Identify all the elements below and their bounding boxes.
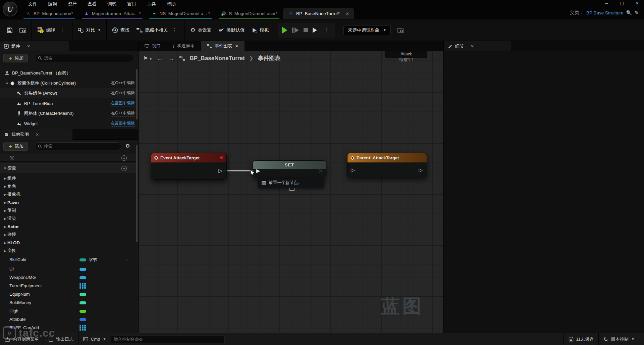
component-row-widget[interactable]: Widget 在蓝图中编辑 (0, 118, 138, 129)
tab-details[interactable]: 细节 ✕ (444, 41, 511, 51)
edit-in-cpp-link[interactable]: 在C++中编辑 (111, 90, 135, 96)
myblueprint-search-input[interactable] (44, 144, 118, 149)
exec-out-pin[interactable]: ▷ (218, 168, 222, 173)
variable-row-ui[interactable]: UI (0, 265, 138, 274)
var-category-actor[interactable]: ▶Actor (0, 223, 138, 231)
eject-button[interactable] (313, 28, 317, 33)
parent-class-link[interactable]: BP Base Structure (586, 10, 624, 15)
variable-row-soldmoney[interactable]: SoldMoney (0, 299, 138, 307)
variable-row-attribute[interactable]: Attribute (0, 315, 138, 324)
variable-row-turretequipment[interactable]: TurretEquipment (0, 282, 138, 290)
var-category-transform[interactable]: ▶变换 (0, 247, 138, 255)
tab-mugendramon-attack[interactable]: ♟ Mugendramon_Attac... * (78, 8, 146, 19)
menu-window[interactable]: 窗口 (122, 0, 142, 8)
edit-in-blueprint-link[interactable]: 在蓝图中编辑 (111, 120, 135, 127)
tab-viewport[interactable]: 视口 (139, 41, 167, 51)
minimize-icon[interactable]: ─ (603, 1, 610, 6)
unsaved-assets-button[interactable]: 11未保存 (564, 333, 599, 345)
tab-close-icon[interactable]: ✕ (235, 44, 238, 49)
frame-skip-button[interactable] (292, 28, 299, 33)
variable-row-buffcanadd[interactable]: BUFF_CanAdd (0, 324, 138, 332)
search-icon[interactable]: 🔍 (626, 10, 632, 15)
hide-unrelated-button[interactable]: 隐藏不相关 ⋮ (133, 23, 183, 37)
component-row-mesh[interactable]: 网格体 (CharacterMesh0) 在C++中编辑 (0, 108, 138, 118)
variable-row-weaponumg[interactable]: WeaponUMG (0, 274, 138, 282)
close-icon[interactable]: ✕ (634, 1, 641, 6)
event-graph-canvas[interactable]: Attack ⚑ ▼ ← → BP_BaseNoneTurret ❯ 事件图表 … (139, 51, 443, 333)
diff-button[interactable]: 对比 ▼ (74, 23, 104, 37)
exec-out-pin[interactable]: ▷ (319, 168, 323, 173)
console-command-input[interactable] (111, 336, 225, 343)
node-set[interactable]: SET ▶ ▷ (253, 160, 326, 177)
class-settings-button[interactable]: ⚙ 类设置 (187, 23, 215, 37)
compile-button[interactable]: ? 编译 ⋮ (34, 23, 70, 37)
tab-bp-mugendramon[interactable]: ♙ BP_Mugendramon* (20, 8, 78, 19)
component-row-capsule[interactable]: ▼ 胶囊体组件 (CollisionCylinder) 在C++中编辑 (0, 78, 138, 88)
version-control-button[interactable]: 版本控制 ▼ (599, 333, 644, 345)
find-button[interactable]: 查找 (109, 23, 133, 37)
add-variable-icon[interactable]: ＋ (121, 166, 127, 171)
exec-in-pin[interactable]: ▷ (351, 168, 355, 172)
node-event-attacktarget[interactable]: Event AttackTarget ▷ (151, 153, 227, 180)
node-parent-attacktarget[interactable]: Parent: AttackTarget ▷ ▷ (347, 153, 427, 177)
menu-tools[interactable]: 工具 (142, 0, 161, 8)
menu-file[interactable]: 文件 (23, 0, 43, 8)
menu-help[interactable]: 帮助 (161, 0, 181, 8)
tab-myblueprint[interactable]: 我的蓝图 ✕ (0, 129, 72, 140)
chevron-down-icon[interactable]: ⌄ (125, 257, 128, 261)
edit-in-cpp-link[interactable]: 在C++中编辑 (111, 80, 135, 86)
var-category-hlod[interactable]: ▶HLOD (0, 239, 138, 247)
var-category-character[interactable]: ▶角色 (0, 182, 138, 190)
section-macro[interactable]: 宏 ＋ (0, 154, 138, 162)
expander-icon[interactable]: ▼ (5, 82, 9, 85)
var-category-pawn[interactable]: ▶Pawn (0, 198, 138, 206)
myblueprint-search[interactable] (35, 142, 121, 150)
components-add-button[interactable]: ＋ 添加 (3, 54, 28, 62)
tab-construction-script[interactable]: f 构造脚本 (167, 41, 201, 51)
tab-ns-mugendramonlaser[interactable]: ✦ NS_MugenDramonLa... * (146, 8, 215, 19)
var-category-collision[interactable]: ▶碰撞 (0, 231, 138, 239)
var-category-camera[interactable]: ▶摄像机 (0, 190, 138, 198)
play-button[interactable] (282, 27, 287, 34)
var-category-components[interactable]: ▶组件 (0, 174, 138, 182)
expander-icon[interactable]: ▼ (3, 166, 7, 170)
compile-options-icon[interactable]: ⋮ (58, 27, 67, 33)
maximize-icon[interactable]: ▢ (619, 1, 625, 6)
myblueprint-settings-gear-icon[interactable]: ⚙ (125, 143, 130, 149)
edit-in-cpp-link[interactable]: 在C++中编辑 (111, 110, 135, 116)
tab-s-mugendramonlaser[interactable]: 🔊 S_MugenDramonLaser* (215, 8, 283, 19)
menu-view[interactable]: 查看 (82, 0, 102, 8)
var-category-replication[interactable]: ▶复制 (0, 206, 138, 214)
tab-close-icon[interactable]: ✕ (345, 11, 349, 16)
components-search-input[interactable] (44, 56, 131, 60)
variable-row-skillcold[interactable]: SkillCold 字节 ⌄ (0, 256, 138, 264)
debug-object-dropdown[interactable]: 未选中调试对象 ▼ (343, 25, 390, 35)
simulate-button[interactable]: 模拟 (248, 23, 272, 37)
menu-asset[interactable]: 资产 (62, 0, 82, 8)
browse-asset-button[interactable] (16, 23, 30, 37)
components-search[interactable] (35, 54, 134, 62)
component-row-arrow[interactable]: 箭头组件 (Arrow) 在C++中编辑 (0, 88, 138, 98)
tab-close-icon[interactable]: ✕ (36, 132, 39, 137)
myblueprint-add-button[interactable]: ＋ 添加 (3, 142, 28, 151)
breadcrumb-root[interactable]: BP_BaseNoneTurret (190, 55, 245, 62)
var-category-rendering[interactable]: ▶渲染 (0, 214, 138, 223)
play-options-icon[interactable]: ⋮ (322, 27, 331, 33)
tab-event-graph[interactable]: 事件图表 ✕ (201, 41, 245, 51)
tab-components[interactable]: 组件 ✕ (0, 41, 69, 51)
stop-button[interactable] (304, 28, 308, 32)
variable-row-high[interactable]: High (0, 307, 138, 315)
exec-out-pin[interactable]: ▷ (419, 168, 423, 172)
add-macro-icon[interactable]: ＋ (121, 155, 127, 161)
menu-edit[interactable]: 编辑 (43, 0, 62, 8)
component-row-turretrida[interactable]: BP_TurretRida 在蓝图中编辑 (0, 98, 138, 108)
hide-unrelated-options-icon[interactable]: ⋮ (170, 27, 179, 33)
tab-close-icon[interactable]: ✕ (27, 44, 30, 49)
bookmark-icon[interactable]: ⚑ ▼ (143, 55, 152, 61)
section-variables[interactable]: ▼ 变量 ＋ (0, 163, 138, 173)
edit-pencil-icon[interactable]: ✎ (635, 10, 639, 15)
output-log-button[interactable]: 输出日志 (44, 333, 78, 345)
exec-in-pin[interactable]: ▶ (256, 168, 260, 173)
unreal-logo-icon[interactable]: U (3, 2, 17, 16)
myblueprint-scrollbar[interactable] (136, 145, 138, 242)
